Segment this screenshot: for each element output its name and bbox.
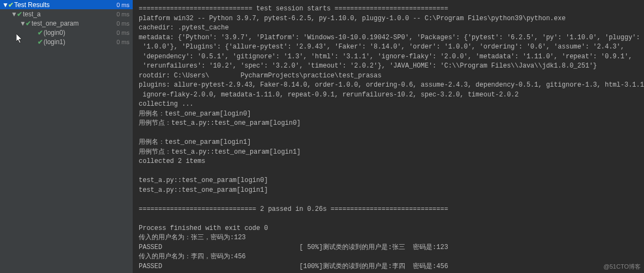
test-results-tree[interactable]: ▼ ✔ Test Results 0 ms ▼ ✔ test_a 0 ms ▼ … xyxy=(0,0,133,273)
tree-root-time: 0 ms xyxy=(116,2,129,8)
tree-root-label: Test Results xyxy=(14,1,116,9)
chevron-down-icon[interactable]: ▼ xyxy=(20,20,25,27)
console-output-panel[interactable]: ============================= test sessi… xyxy=(133,0,644,273)
pass-icon: ✔ xyxy=(16,10,23,18)
tree-item-time: 0 ms xyxy=(116,11,129,17)
tree-root-row[interactable]: ▼ ✔ Test Results 0 ms xyxy=(0,0,133,9)
footer-watermark: @51CTO博客 xyxy=(604,263,641,271)
app-root: ▼ ✔ Test Results 0 ms ▼ ✔ test_a 0 ms ▼ … xyxy=(0,0,644,273)
pass-icon: ✔ xyxy=(25,20,32,27)
tree-item-label: test_a xyxy=(23,10,116,18)
tree-item-time: 0 ms xyxy=(116,29,129,36)
tree-item-label: test_one_param xyxy=(32,20,116,27)
chevron-down-icon[interactable]: ▼ xyxy=(2,1,8,9)
tree-item-test_a[interactable]: ▼ ✔ test_a 0 ms xyxy=(0,9,133,19)
tree-item-login1[interactable]: ✔ (login1) 0 ms xyxy=(0,37,133,46)
pass-icon: ✔ xyxy=(8,1,14,9)
tree-item-time: 0 ms xyxy=(116,20,129,27)
pass-icon: ✔ xyxy=(37,29,44,37)
tree-item-test_one_param[interactable]: ▼ ✔ test_one_param 0 ms xyxy=(0,19,133,28)
chevron-down-icon[interactable]: ▼ xyxy=(11,10,16,18)
tree-item-time: 0 ms xyxy=(116,39,129,45)
tree-item-label: (login0) xyxy=(44,29,116,37)
pass-icon: ✔ xyxy=(37,38,44,46)
tree-item-login0[interactable]: ✔ (login0) 0 ms xyxy=(0,28,133,37)
console-output-text: ============================= test sessi… xyxy=(139,4,639,271)
tree-item-label: (login1) xyxy=(44,38,116,46)
